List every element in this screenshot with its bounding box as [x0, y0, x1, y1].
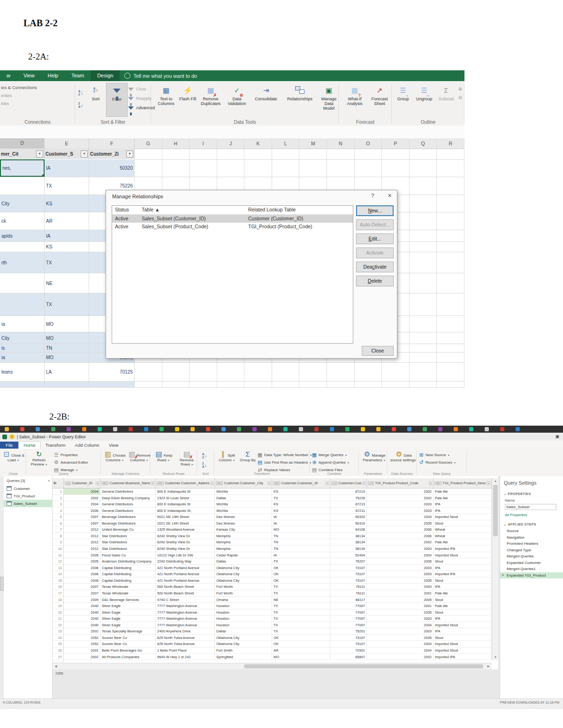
- query-item-customer[interactable]: Customer: [4, 485, 52, 492]
- excel-tab-help[interactable]: Help: [41, 70, 65, 81]
- cell-r12c6[interactable]: 75207: [330, 558, 367, 565]
- cell-e3[interactable]: KS: [45, 195, 89, 212]
- cell-d3[interactable]: City: [0, 195, 45, 212]
- cell-r10c2[interactable]: Star Distributors: [100, 546, 156, 552]
- cell-r21c8[interactable]: IPA: [434, 615, 492, 622]
- row-number[interactable]: 10: [53, 546, 64, 552]
- column-header-customer-customer-city[interactable]: ABCCustomer.Customer_City▾: [215, 478, 272, 488]
- cell-r11c8[interactable]: Imported Stout: [434, 552, 492, 559]
- cell-r19c5[interactable]: TX: [272, 603, 330, 609]
- cell-r17c1[interactable]: 2007: [64, 590, 100, 597]
- cell-r4c4[interactable]: Wichita: [215, 508, 272, 514]
- cell-r15c2[interactable]: Capital Distributing: [100, 578, 156, 584]
- cell-r5c6[interactable]: 50320: [330, 514, 367, 520]
- cell-r1c8[interactable]: Pale Ale: [434, 488, 492, 495]
- data-source-settings-button[interactable]: ⚙Data source settings: [389, 450, 417, 471]
- cell-r11c3[interactable]: 10122 High Life Dr SW: [156, 552, 215, 559]
- cell-r3c2[interactable]: General Distributors: [100, 501, 156, 508]
- cell-r25c6[interactable]: 73107: [330, 641, 367, 647]
- cell-r16c6[interactable]: 76111: [330, 584, 367, 590]
- cell-e15[interactable]: [45, 382, 89, 387]
- cell-r14c5[interactable]: OK: [272, 571, 330, 578]
- cell-r9c3[interactable]: 6240 Shelby View Dr.: [156, 539, 215, 546]
- column-header-p[interactable]: P: [382, 138, 410, 149]
- sort-za-button[interactable]: ZA↓: [200, 462, 209, 469]
- relationship-row[interactable]: ActiveSales_Subset (Customer_ID)Customer…: [112, 215, 353, 223]
- row-number[interactable]: 1: [53, 488, 64, 495]
- cell-r12c4[interactable]: Dallas: [215, 558, 272, 565]
- column-header-d[interactable]: D: [0, 138, 45, 150]
- cell-r12c3[interactable]: 2240 Distributing Way: [156, 558, 215, 565]
- cell-r14c1[interactable]: 2006: [64, 571, 100, 578]
- cell-r22c7[interactable]: 2004: [367, 622, 434, 629]
- cell-r6c5[interactable]: IA: [272, 520, 330, 527]
- cell-r26c6[interactable]: 72901: [330, 647, 367, 654]
- cell-r15c4[interactable]: Oklahoma City: [215, 578, 272, 584]
- cell-r21c2[interactable]: Silver Eagle: [100, 615, 156, 622]
- query-item-sales-subset[interactable]: Sales_Subset: [4, 500, 52, 507]
- cell-r4c7[interactable]: 2003: [367, 508, 434, 514]
- cell-r24c5[interactable]: OK: [272, 635, 330, 641]
- cell-r27c2[interactable]: All Products Companies: [100, 654, 156, 660]
- cell-r7c2[interactable]: United Beverage Co.: [100, 526, 156, 533]
- cell-r7c8[interactable]: Wheat: [434, 526, 492, 533]
- cell-r5c8[interactable]: Imported Stout: [434, 514, 492, 520]
- cell-e10[interactable]: MO: [45, 316, 89, 332]
- cell-r9c7[interactable]: 2002: [367, 539, 434, 546]
- cell-r8c2[interactable]: Star Distributors: [100, 533, 156, 540]
- cell-r15c7[interactable]: 2005: [367, 578, 434, 584]
- cell-f1[interactable]: 50320: [89, 159, 135, 177]
- cell-r12c1[interactable]: 2005: [64, 558, 100, 565]
- cell-e12[interactable]: TN: [45, 344, 89, 352]
- tab-file[interactable]: File: [0, 442, 18, 449]
- column-header-r[interactable]: R: [437, 138, 464, 149]
- cell-r11c1[interactable]: 2005: [64, 552, 100, 559]
- collapse-triangle-icon[interactable]: ▲: [504, 493, 506, 495]
- cell-r15c5[interactable]: OK: [272, 578, 330, 584]
- reapply-button[interactable]: Reapply: [128, 94, 152, 103]
- table-corner-button[interactable]: ⊞: [53, 478, 64, 488]
- cell-r21c7[interactable]: 2003: [367, 615, 434, 622]
- cell-r23c5[interactable]: TX: [272, 628, 330, 635]
- cell-r12c2[interactable]: Anderson Distributing Company: [100, 558, 156, 565]
- filter-button[interactable]: Filter: [106, 83, 128, 117]
- cell-r10c7[interactable]: 2003: [367, 546, 434, 552]
- cell-r25c1[interactable]: 2052: [64, 641, 100, 647]
- cell-r10c4[interactable]: Memphis: [215, 546, 272, 552]
- cell-r16c7[interactable]: 2003: [367, 584, 434, 590]
- cell-r26c2[interactable]: Belle Point Beverages Inc: [100, 647, 156, 654]
- cell-r26c4[interactable]: Fort Smith: [215, 647, 272, 654]
- cell-r3c4[interactable]: Wichita: [215, 501, 272, 508]
- cell-r6c4[interactable]: Des Moines: [215, 520, 272, 527]
- cell-r13c7[interactable]: 2003: [367, 565, 434, 571]
- cell-r4c2[interactable]: General Distributors: [100, 508, 156, 514]
- close-load-button[interactable]: ⊡Close & Load ▾: [2, 450, 24, 471]
- cell-r4c1[interactable]: 2006: [64, 508, 100, 514]
- cell-r18c5[interactable]: NE: [272, 597, 330, 603]
- cell-d5[interactable]: apids: [0, 230, 45, 241]
- close-button[interactable]: Close: [362, 346, 394, 356]
- cell-r18c7[interactable]: 2005: [367, 597, 434, 603]
- cell-r27c6[interactable]: 65807: [330, 654, 367, 660]
- cell-r8c5[interactable]: TN: [272, 533, 330, 540]
- cell-r7c4[interactable]: Kansas City: [215, 526, 272, 533]
- cell-r9c1[interactable]: 2012: [64, 539, 100, 546]
- column-header-tgi-product-product-description[interactable]: ABCTGI_Product.Product_Description▾: [434, 478, 492, 488]
- cell-r3c8[interactable]: IPA: [434, 501, 492, 508]
- keep-rows-button[interactable]: ▤Keep Rows ▾: [152, 450, 175, 471]
- cell-r19c6[interactable]: 77007: [330, 603, 367, 609]
- row-number-partial[interactable]: 28: [53, 660, 64, 662]
- row-number[interactable]: 19: [53, 603, 64, 609]
- connections-line-0[interactable]: ies & Connections: [1, 85, 37, 90]
- cell-r22c8[interactable]: Imported Stout: [434, 622, 492, 629]
- cell-r1c2[interactable]: General Distributors: [100, 488, 156, 495]
- cell-r5c3[interactable]: 5021 NE 14th Street: [156, 514, 215, 520]
- manage-parameters-button[interactable]: ⚙Manage Parameters ▾: [361, 450, 387, 471]
- cell-r21c5[interactable]: TX: [272, 615, 330, 622]
- filter-dropdown-icon[interactable]: ▾: [36, 150, 43, 158]
- cell-r8c1[interactable]: 2012: [64, 533, 100, 540]
- cell-r16c3[interactable]: 500 North Beach Street: [156, 584, 215, 590]
- row-number[interactable]: 18: [53, 597, 64, 603]
- excel-tab-w[interactable]: w: [0, 70, 17, 81]
- remove-duplicates-button[interactable]: ▦✗Remove Duplicates: [198, 83, 223, 116]
